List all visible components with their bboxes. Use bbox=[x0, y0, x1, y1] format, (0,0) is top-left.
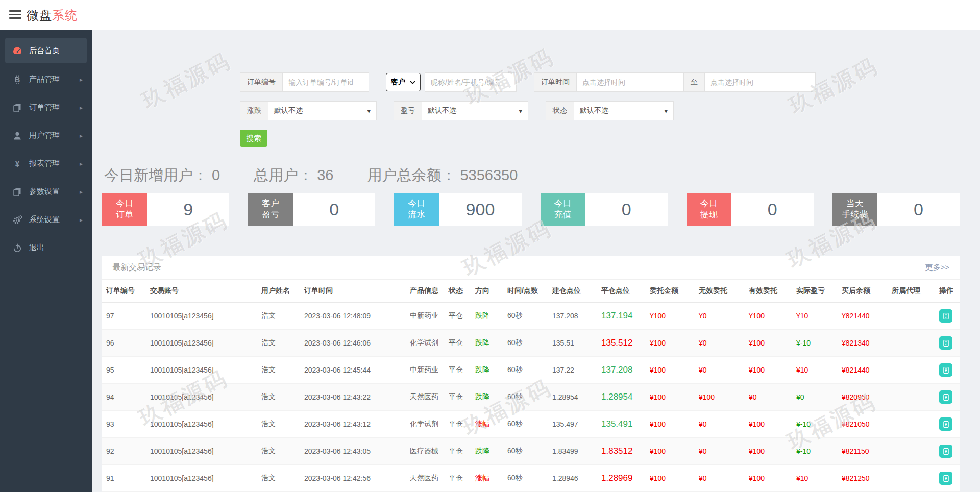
sidebar-item-users[interactable]: 用户管理 ▸ bbox=[0, 121, 92, 150]
cell-username: 浩文 bbox=[257, 303, 300, 330]
card-label: 今日充值 bbox=[541, 193, 585, 226]
cell-entrust-amount: ¥100 bbox=[646, 465, 695, 492]
column-header: 订单时间 bbox=[300, 280, 406, 303]
sidebar-item-dashboard[interactable]: 后台首页 bbox=[5, 38, 87, 63]
sidebar-item-products[interactable]: B 产品管理 ▸ bbox=[0, 65, 92, 93]
row-detail-button[interactable] bbox=[939, 363, 952, 377]
sidebar-item-label: 后台首页 bbox=[29, 46, 60, 56]
cell-open-point: 137.22 bbox=[548, 357, 597, 384]
cell-actual-pnl: ¥10 bbox=[792, 303, 838, 330]
pnl-select[interactable]: 默认不选▾ bbox=[422, 101, 528, 120]
sidebar-item-orders[interactable]: 订单管理 ▸ bbox=[0, 93, 92, 121]
cell-invalid-entrust: ¥0 bbox=[695, 438, 745, 465]
cell-agent bbox=[888, 357, 935, 384]
summary-card: 今日订单9 bbox=[102, 193, 229, 226]
chevron-down-icon bbox=[410, 81, 415, 84]
table-header-row: 订单编号交易账号用户姓名订单时间产品信息状态方向时间/点数建仓点位平仓点位委托金… bbox=[102, 280, 960, 303]
cell-actual-pnl: ¥-10 bbox=[792, 330, 838, 357]
stat-value: 36 bbox=[317, 167, 333, 183]
table-row: 9410010105[a123456]浩文2023-03-06 12:43:22… bbox=[102, 384, 960, 411]
cell-order-time: 2023-03-06 12:43:22 bbox=[300, 384, 406, 411]
svg-text:B: B bbox=[15, 75, 20, 84]
row-detail-button[interactable] bbox=[939, 472, 952, 485]
cell-status: 平仓 bbox=[445, 465, 471, 492]
customer-type-select[interactable]: 客户 bbox=[386, 73, 421, 91]
cell-duration: 60秒 bbox=[503, 303, 548, 330]
summary-card: 今日提现0 bbox=[687, 193, 814, 226]
column-header: 所属代理 bbox=[888, 280, 935, 303]
cell-close-point: 135.491 bbox=[597, 411, 646, 438]
summary-card: 今日充值0 bbox=[541, 193, 668, 226]
cell-valid-entrust: ¥100 bbox=[745, 357, 792, 384]
sidebar-item-label: 产品管理 bbox=[29, 75, 60, 84]
sidebar-item-reports[interactable]: ¥ 报表管理 ▸ bbox=[0, 150, 92, 178]
column-header: 有效委托 bbox=[745, 280, 792, 303]
column-header: 买后余额 bbox=[838, 280, 888, 303]
cell-direction: 涨幅 bbox=[471, 465, 503, 492]
search-button[interactable]: 搜索 bbox=[240, 130, 267, 147]
cell-order-id: 97 bbox=[102, 303, 146, 330]
row-detail-button[interactable] bbox=[939, 390, 952, 404]
menu-toggle-icon[interactable] bbox=[9, 10, 21, 19]
summary-card: 当天手续费0 bbox=[832, 193, 960, 226]
chevron-right-icon: ▸ bbox=[80, 216, 83, 224]
sidebar-item-settings[interactable]: 系统设置 ▸ bbox=[0, 206, 92, 234]
cell-order-id: 93 bbox=[102, 411, 146, 438]
cell-actual-pnl: ¥-10 bbox=[792, 411, 838, 438]
cell-close-point: 135.512 bbox=[597, 330, 646, 357]
pnl-select-value: 默认不选 bbox=[428, 106, 456, 115]
table-row: 9210010105[a123456]浩文2023-03-06 12:43:05… bbox=[102, 438, 960, 465]
cell-status: 平仓 bbox=[445, 411, 471, 438]
sidebar-item-label: 报表管理 bbox=[29, 159, 60, 168]
cell-open-point: 1.28954 bbox=[548, 384, 597, 411]
app-logo: 微盘系统 bbox=[27, 7, 78, 23]
table-row: 9510010105[a123456]浩文2023-03-06 12:45:44… bbox=[102, 357, 960, 384]
cell-balance-after: ¥821150 bbox=[838, 438, 888, 465]
order-time-start-input[interactable] bbox=[577, 72, 684, 92]
summary-card: 今日流水900 bbox=[394, 193, 521, 226]
cell-invalid-entrust: ¥0 bbox=[695, 411, 745, 438]
cell-order-time: 2023-03-06 12:42:56 bbox=[300, 465, 406, 492]
chevron-down-icon: ▾ bbox=[664, 107, 668, 115]
updown-select[interactable]: 默认不选▾ bbox=[268, 101, 377, 120]
gear-icon bbox=[12, 215, 22, 225]
order-no-input[interactable] bbox=[283, 72, 369, 92]
stat-value: 0 bbox=[212, 167, 220, 183]
row-detail-button[interactable] bbox=[939, 445, 952, 458]
cell-close-point: 137.208 bbox=[597, 357, 646, 384]
cell-valid-entrust: ¥100 bbox=[745, 438, 792, 465]
sidebar-item-label: 用户管理 bbox=[29, 131, 60, 140]
status-label: 状态 bbox=[546, 101, 574, 120]
row-detail-button[interactable] bbox=[939, 417, 952, 431]
sidebar-item-logout[interactable]: 退出 bbox=[0, 234, 92, 262]
card-value: 0 bbox=[585, 193, 668, 226]
cell-actual-pnl: ¥10 bbox=[792, 357, 838, 384]
table-row: 9710010105[a123456]浩文2023-03-06 12:48:09… bbox=[102, 303, 960, 330]
cell-order-id: 91 bbox=[102, 465, 146, 492]
status-select-value: 默认不选 bbox=[580, 106, 608, 115]
row-detail-button[interactable] bbox=[939, 309, 952, 323]
cell-close-point: 1.83512 bbox=[597, 438, 646, 465]
cell-entrust-amount: ¥100 bbox=[646, 357, 695, 384]
cell-agent bbox=[888, 438, 935, 465]
sidebar-item-parameters[interactable]: 参数设置 ▸ bbox=[0, 178, 92, 206]
cell-account: 10010105[a123456] bbox=[146, 303, 257, 330]
cell-product: 天然医药 bbox=[406, 465, 445, 492]
customer-input[interactable] bbox=[425, 72, 517, 92]
cell-account: 10010105[a123456] bbox=[146, 411, 257, 438]
cell-order-id: 94 bbox=[102, 384, 146, 411]
stat-total-users: 总用户：36 bbox=[254, 165, 333, 186]
row-detail-button[interactable] bbox=[939, 336, 952, 350]
cell-agent bbox=[888, 330, 935, 357]
cell-status: 平仓 bbox=[445, 303, 471, 330]
cell-order-time: 2023-03-06 12:46:06 bbox=[300, 330, 406, 357]
more-link[interactable]: 更多>> bbox=[925, 263, 949, 273]
cell-open-point: 1.83499 bbox=[548, 438, 597, 465]
cell-username: 浩文 bbox=[257, 465, 300, 492]
summary-card: 客户盈亏0 bbox=[248, 193, 375, 226]
status-select[interactable]: 默认不选▾ bbox=[574, 101, 674, 120]
order-time-end-input[interactable] bbox=[705, 72, 816, 92]
cell-product: 中新药业 bbox=[406, 303, 445, 330]
updown-label: 涨跌 bbox=[240, 101, 268, 120]
cell-product: 化学试剂 bbox=[406, 330, 445, 357]
